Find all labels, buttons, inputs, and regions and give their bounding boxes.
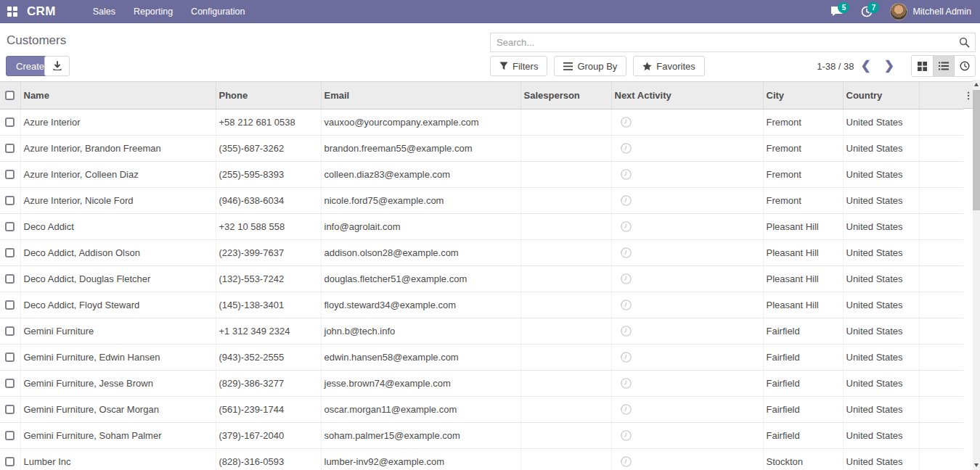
- cell-email[interactable]: jesse.brown74@example.com: [321, 371, 520, 397]
- cell-email[interactable]: douglas.fletcher51@example.com: [321, 266, 520, 292]
- table-row[interactable]: Gemini Furniture, Soham Palmer(379)-167-…: [0, 423, 963, 449]
- menu-configuration[interactable]: Configuration: [191, 5, 245, 18]
- cell-country[interactable]: United States: [843, 318, 919, 345]
- cell-name[interactable]: Gemini Furniture, Oscar Morgan: [20, 397, 216, 423]
- messages-button[interactable]: 5: [831, 6, 844, 17]
- cell-city[interactable]: Stockton: [763, 449, 843, 470]
- cell-salesperson[interactable]: [520, 397, 611, 423]
- table-row[interactable]: Gemini Furniture, Oscar Morgan(561)-239-…: [0, 397, 963, 423]
- cell-phone[interactable]: (828)-316-0593: [216, 449, 321, 470]
- row-checkbox[interactable]: [5, 196, 15, 205]
- cell-activity[interactable]: [611, 214, 763, 240]
- next-activity-clock-icon[interactable]: [621, 247, 632, 258]
- cell-salesperson[interactable]: [520, 345, 611, 371]
- menu-reporting[interactable]: Reporting: [134, 5, 173, 18]
- column-header-salesperson[interactable]: Salesperson: [520, 82, 611, 110]
- cell-country[interactable]: United States: [843, 110, 919, 136]
- scrollbar-thumb[interactable]: [973, 90, 980, 210]
- row-checkbox[interactable]: [5, 405, 15, 414]
- search-icon[interactable]: [959, 37, 970, 48]
- scroll-up-arrow[interactable]: [974, 83, 979, 86]
- cell-email[interactable]: addison.olson28@example.com: [321, 240, 520, 266]
- cell-city[interactable]: Pleasant Hill: [763, 240, 843, 266]
- user-name[interactable]: Mitchell Admin: [912, 7, 971, 17]
- cell-activity[interactable]: [611, 110, 763, 136]
- next-activity-clock-icon[interactable]: [621, 117, 632, 128]
- cell-country[interactable]: United States: [843, 136, 919, 162]
- next-activity-clock-icon[interactable]: [621, 169, 632, 180]
- cell-name[interactable]: Deco Addict, Addison Olson: [20, 240, 216, 266]
- cell-country[interactable]: United States: [843, 345, 919, 371]
- cell-email[interactable]: info@agrolait.com: [321, 214, 520, 240]
- row-checkbox[interactable]: [5, 300, 15, 310]
- search-input[interactable]: [491, 33, 975, 51]
- cell-name[interactable]: Gemini Furniture, Soham Palmer: [20, 423, 216, 449]
- cell-salesperson[interactable]: [520, 214, 611, 240]
- table-row[interactable]: Deco Addict, Floyd Steward(145)-138-3401…: [0, 292, 963, 318]
- cell-name[interactable]: Gemini Furniture, Edwin Hansen: [20, 345, 216, 371]
- list-view-button[interactable]: [933, 56, 954, 76]
- row-checkbox[interactable]: [5, 352, 15, 362]
- vertical-scrollbar[interactable]: [973, 80, 980, 470]
- row-checkbox[interactable]: [5, 118, 15, 127]
- cell-phone[interactable]: (145)-138-3401: [216, 292, 321, 318]
- next-activity-clock-icon[interactable]: [621, 300, 632, 310]
- cell-salesperson[interactable]: [520, 423, 611, 449]
- row-checkbox[interactable]: [5, 248, 15, 257]
- cell-phone[interactable]: (946)-638-6034: [216, 188, 321, 214]
- cell-email[interactable]: vauxoo@yourcompany.example.com: [321, 110, 520, 136]
- table-row[interactable]: Gemini Furniture, Jesse Brown(829)-386-3…: [0, 371, 963, 397]
- cell-salesperson[interactable]: [520, 292, 611, 318]
- cell-phone[interactable]: +32 10 588 558: [216, 214, 321, 240]
- favorites-button[interactable]: Favorites: [633, 56, 704, 76]
- cell-activity[interactable]: [611, 188, 763, 214]
- next-activity-clock-icon[interactable]: [621, 404, 632, 415]
- activity-view-button[interactable]: [954, 56, 975, 76]
- cell-country[interactable]: United States: [843, 266, 919, 292]
- row-checkbox[interactable]: [5, 144, 15, 153]
- cell-city[interactable]: Fairfield: [763, 397, 843, 423]
- next-activity-clock-icon[interactable]: [621, 430, 632, 441]
- column-header-phone[interactable]: Phone: [216, 82, 321, 110]
- cell-phone[interactable]: (355)-687-3262: [216, 136, 321, 162]
- group-by-button[interactable]: Group By: [554, 56, 626, 76]
- cell-city[interactable]: Fremont: [763, 188, 843, 214]
- cell-phone[interactable]: (829)-386-3277: [216, 371, 321, 397]
- cell-salesperson[interactable]: [520, 136, 611, 162]
- cell-phone[interactable]: (132)-553-7242: [216, 266, 321, 292]
- row-checkbox[interactable]: [5, 222, 15, 231]
- column-header-city[interactable]: City: [763, 82, 843, 110]
- next-activity-clock-icon[interactable]: [621, 143, 632, 154]
- cell-activity[interactable]: [611, 136, 763, 162]
- cell-name[interactable]: Deco Addict: [20, 214, 216, 240]
- cell-city[interactable]: Fairfield: [763, 423, 843, 449]
- cell-email[interactable]: soham.palmer15@example.com: [321, 423, 520, 449]
- next-activity-clock-icon[interactable]: [621, 273, 632, 284]
- cell-salesperson[interactable]: [520, 318, 611, 345]
- select-all-checkbox[interactable]: [5, 91, 15, 100]
- cell-country[interactable]: United States: [843, 292, 919, 318]
- menu-sales[interactable]: Sales: [93, 5, 115, 18]
- cell-activity[interactable]: [611, 292, 763, 318]
- kanban-view-button[interactable]: [912, 56, 933, 76]
- cell-city[interactable]: Pleasant Hill: [763, 292, 843, 318]
- cell-activity[interactable]: [611, 345, 763, 371]
- cell-city[interactable]: Pleasant Hill: [763, 214, 843, 240]
- cell-country[interactable]: United States: [843, 449, 919, 470]
- table-row[interactable]: Lumber Inc(828)-316-0593lumber-inv92@exa…: [0, 449, 963, 470]
- column-header-next-activity[interactable]: Next Activity: [611, 82, 763, 110]
- cell-phone[interactable]: +58 212 681 0538: [216, 110, 321, 136]
- cell-city[interactable]: Fremont: [763, 162, 843, 188]
- cell-phone[interactable]: (561)-239-1744: [216, 397, 321, 423]
- next-activity-clock-icon[interactable]: [621, 326, 632, 337]
- filters-button[interactable]: Filters: [490, 56, 547, 76]
- cell-city[interactable]: Fairfield: [763, 371, 843, 397]
- cell-salesperson[interactable]: [520, 240, 611, 266]
- table-row[interactable]: Azure Interior, Colleen Diaz(255)-595-83…: [0, 162, 963, 188]
- cell-email[interactable]: nicole.ford75@example.com: [321, 188, 520, 214]
- cell-email[interactable]: edwin.hansen58@example.com: [321, 345, 520, 371]
- cell-activity[interactable]: [611, 240, 763, 266]
- table-row[interactable]: Azure Interior, Nicole Ford(946)-638-603…: [0, 188, 963, 214]
- cell-name[interactable]: Azure Interior: [20, 110, 216, 136]
- activities-button[interactable]: 7: [861, 6, 873, 17]
